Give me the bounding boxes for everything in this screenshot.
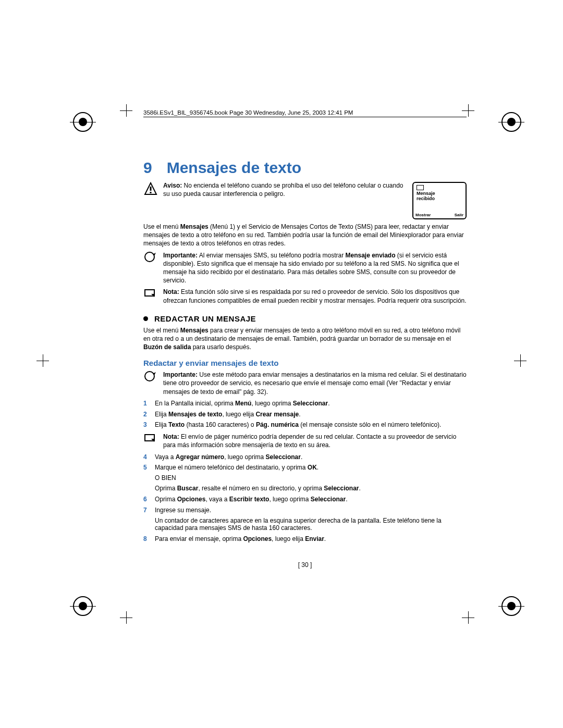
note-icon [143,288,158,300]
subsection-heading: Redactar y enviar mensajes de texto [143,359,467,367]
nota-text-2: Nota: El envío de páger numérico podría … [163,433,467,449]
warning-icon [143,182,158,194]
aviso-text: Aviso: No encienda el teléfono cuando se… [163,182,404,198]
important-note-2: Importante: Use este método para enviar … [163,371,467,396]
step-6: 6Oprima Opciones, vaya a Escribir texto,… [143,495,467,504]
bullet-icon [143,316,148,321]
crop-mark-icon [462,611,474,624]
step-1: 1En la Pantalla inicial, oprima Menú, lu… [143,399,467,408]
page-header: 3586i.ESv1_BIL_9356745.book Page 30 Wedn… [143,109,467,117]
important-icon [143,371,158,383]
step-4: 4Vaya a Agregar número, luego oprima Sel… [143,453,467,462]
section-paragraph: Use el menú Mensajes para crear y enviar… [143,326,467,352]
step-3: 3Elija Texto (hasta 160 caracteres) o Pá… [143,421,467,429]
registration-mark-icon [501,112,521,132]
important-note: Importante: Al enviar mensajes SMS, su t… [163,251,467,285]
step-2: 2Elija Mensajes de texto, luego elija Cr… [143,410,467,419]
registration-mark-icon [73,596,93,616]
crop-mark-icon [514,354,527,367]
crop-mark-icon [120,104,132,117]
intro-paragraph: Use el menú Mensajes (Menú 1) y el Servi… [143,223,467,248]
svg-rect-0 [150,187,152,191]
note-icon [143,433,158,445]
step-5-sub2: Oprima Buscar, resalte el número en su d… [155,485,467,492]
step-7: 7Ingrese su mensaje. [143,506,467,515]
svg-point-4 [145,372,154,381]
step-8: 8Para enviar el mensaje, oprima Opciones… [143,535,467,544]
section-heading: REDACTAR UN MENSAJE [143,314,467,323]
svg-rect-1 [150,192,152,193]
crop-mark-icon [36,354,49,367]
svg-point-2 [145,252,154,262]
crop-mark-icon [120,611,132,624]
nota-text: Nota: Esta función sólo sirve si es resp… [163,288,467,304]
registration-mark-icon [73,112,93,132]
important-icon [143,251,158,264]
phone-screen-illustration: Mensajerecibido MostrarSalir [412,182,467,219]
step-7-sub: Un contador de caracteres aparece en la … [155,517,467,532]
step-5: 5Marque el número telefónico del destina… [143,463,467,472]
step-5-sub1: O BIEN [155,474,467,482]
page-number: [ 30 ] [143,561,467,569]
chapter-title: Mensajes de texto [167,159,301,177]
registration-mark-icon [501,596,521,616]
chapter-number: 9 [143,159,152,177]
